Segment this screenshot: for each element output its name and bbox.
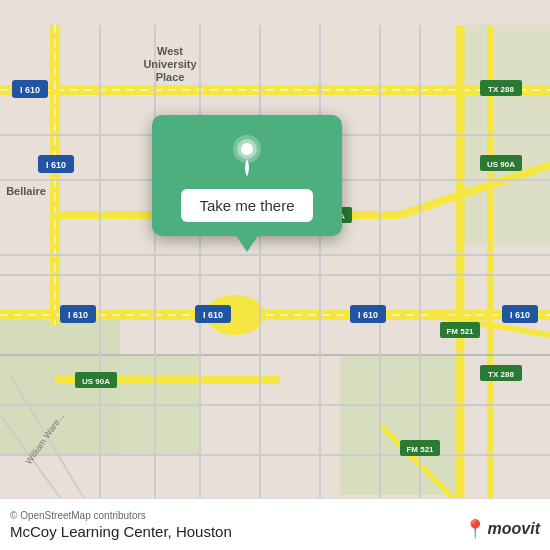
svg-text:I 610: I 610 bbox=[510, 310, 530, 320]
location-title: McCoy Learning Center, Houston bbox=[10, 523, 232, 540]
svg-text:I 610: I 610 bbox=[46, 160, 66, 170]
bottom-bar: © OpenStreetMap contributors McCoy Learn… bbox=[0, 498, 550, 550]
svg-text:FM 521: FM 521 bbox=[446, 327, 474, 336]
svg-text:University: University bbox=[143, 58, 197, 70]
svg-text:I 610: I 610 bbox=[358, 310, 378, 320]
svg-text:US 90A: US 90A bbox=[82, 377, 110, 386]
location-popup: Take me there bbox=[152, 115, 342, 236]
map-roads: I 610 I 610 I 610 I 610 I 610 US 90A US … bbox=[0, 0, 550, 550]
svg-text:West: West bbox=[157, 45, 183, 57]
svg-text:I 610: I 610 bbox=[68, 310, 88, 320]
moovit-logo: 📍 moovit bbox=[464, 518, 540, 540]
svg-text:TX 288: TX 288 bbox=[488, 370, 514, 379]
svg-text:Place: Place bbox=[156, 71, 185, 83]
svg-text:I 610: I 610 bbox=[20, 85, 40, 95]
osm-attribution: © OpenStreetMap contributors bbox=[10, 510, 540, 521]
svg-text:TX 288: TX 288 bbox=[488, 85, 514, 94]
map-container[interactable]: I 610 I 610 I 610 I 610 I 610 US 90A US … bbox=[0, 0, 550, 550]
svg-text:Bellaire: Bellaire bbox=[6, 185, 46, 197]
location-pin-icon bbox=[225, 133, 269, 177]
svg-text:US 90A: US 90A bbox=[487, 160, 515, 169]
take-me-there-button[interactable]: Take me there bbox=[181, 189, 312, 222]
svg-text:FM 521: FM 521 bbox=[406, 445, 434, 454]
moovit-brand-text: moovit bbox=[488, 520, 540, 538]
svg-rect-3 bbox=[340, 355, 460, 495]
svg-text:I 610: I 610 bbox=[203, 310, 223, 320]
svg-point-68 bbox=[241, 143, 253, 155]
moovit-pin-icon: 📍 bbox=[464, 518, 486, 540]
